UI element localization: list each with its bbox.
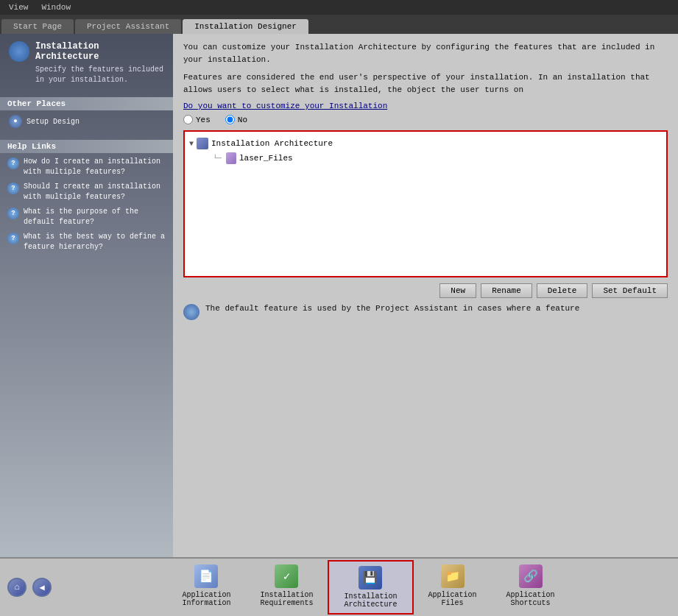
new-button[interactable]: New <box>439 283 476 298</box>
menu-window[interactable]: Window <box>35 1 77 13</box>
menu-bar: View Window <box>0 0 678 15</box>
tab-start-page[interactable]: Start Page <box>1 19 74 34</box>
tree-child-label: laser_Files <box>239 154 293 163</box>
help-icon-2: ? <box>7 183 19 194</box>
radio-group: Yes No <box>183 115 668 124</box>
content-text-2: Features are considered the end user's p… <box>183 71 668 96</box>
main-layout: Installation Architecture Specify the fe… <box>0 34 678 557</box>
help-icon-3: ? <box>7 208 19 219</box>
tree-child-container: └─ laser_Files <box>213 151 662 166</box>
content-area: You can customize your Installation Arch… <box>173 34 678 557</box>
sidebar-title: Installation Architecture <box>35 41 164 62</box>
taskbar-shortcuts-icon: 🔗 <box>519 564 543 588</box>
info-text: The default feature is used by the Proje… <box>205 304 579 313</box>
content-text-1: You can customize your Installation Arch… <box>183 41 668 66</box>
taskbar-req-label: InstallationRequirements <box>260 591 313 607</box>
sidebar-header-icon <box>9 41 29 62</box>
delete-button[interactable]: Delete <box>537 283 588 298</box>
sidebar: Installation Architecture Specify the fe… <box>0 34 173 557</box>
help-link-3[interactable]: ? What is the purpose of the default fea… <box>0 205 173 230</box>
buttons-row: New Rename Delete Set Default <box>183 283 668 298</box>
sidebar-header: Installation Architecture Specify the fe… <box>0 34 173 93</box>
help-link-label-2: Should I create an installation with mul… <box>24 182 166 202</box>
tab-project-assistant[interactable]: Project Assistant <box>75 19 181 34</box>
help-links-section: Help Links ? How do I create an installa… <box>0 140 173 255</box>
other-places-section: Other Places ● Setup Design <box>0 97 173 131</box>
tree-root-item[interactable]: ▼ Installation Architecture <box>189 136 662 151</box>
set-default-button[interactable]: Set Default <box>592 283 668 298</box>
help-link-1[interactable]: ? How do I create an installation with m… <box>0 155 173 180</box>
tab-installation-designer[interactable]: Installation Designer <box>183 19 308 34</box>
sidebar-item-setup-design[interactable]: ● Setup Design <box>0 112 173 131</box>
taskbar-app-info-icon: 📄 <box>194 564 218 588</box>
taskbar-item-architecture[interactable]: 💾 InstallationArchitecture <box>328 560 413 615</box>
feature-tree-panel[interactable]: ▼ Installation Architecture └─ laser_Fil… <box>183 130 668 277</box>
radio-no-text: No <box>238 116 247 124</box>
taskbar-item-shortcuts[interactable]: 🔗 ApplicationShortcuts <box>492 560 570 615</box>
taskbar-app-info-label: ApplicationInformation <box>182 591 230 607</box>
tree-expand-arrow[interactable]: ▼ <box>189 140 194 148</box>
taskbar-item-requirements[interactable]: ✓ InstallationRequirements <box>245 560 328 615</box>
arch-glyph: 💾 <box>363 570 378 585</box>
taskbar-arch-label: InstallationArchitecture <box>344 592 397 609</box>
help-link-2[interactable]: ? Should I create an installation with m… <box>0 180 173 205</box>
globe-icon: ● <box>9 115 22 128</box>
radio-yes-label[interactable]: Yes <box>183 115 211 124</box>
setup-design-label: Setup Design <box>27 118 80 126</box>
taskbar-items: 📄 ApplicationInformation ✓ InstallationR… <box>66 560 671 615</box>
help-icon-4: ? <box>7 233 19 244</box>
taskbar-item-files[interactable]: 📁 ApplicationFiles <box>414 560 492 615</box>
rename-button[interactable]: Rename <box>481 283 532 298</box>
info-icon <box>183 304 199 320</box>
content-question: Do you want to customize your Installati… <box>183 102 668 110</box>
req-glyph: ✓ <box>283 569 291 584</box>
taskbar-files-label: ApplicationFiles <box>428 591 477 607</box>
other-places-title: Other Places <box>0 97 173 110</box>
help-link-4[interactable]: ? What is the best way to define a featu… <box>0 230 173 255</box>
tree-child-item-laser-files[interactable]: └─ laser_Files <box>213 151 662 166</box>
sidebar-description: Specify the features included in your in… <box>35 65 164 85</box>
files-glyph: 📁 <box>445 569 460 584</box>
taskbar-arch-icon: 💾 <box>359 566 382 590</box>
info-row: The default feature is used by the Proje… <box>183 304 668 320</box>
radio-no-label[interactable]: No <box>225 115 247 124</box>
menu-view[interactable]: View <box>3 1 34 13</box>
tree-connector-icon: └─ <box>213 155 222 163</box>
taskbar-shortcuts-label: ApplicationShortcuts <box>506 591 555 607</box>
taskbar-files-icon: 📁 <box>441 564 465 588</box>
taskbar-item-app-info[interactable]: 📄 ApplicationInformation <box>167 560 245 615</box>
taskbar: ⌂ ◀ 📄 ApplicationInformation ✓ Installat… <box>0 557 678 616</box>
help-link-label-4: What is the best way to define a feature… <box>24 232 166 252</box>
help-icon-1: ? <box>7 157 19 169</box>
app-info-glyph: 📄 <box>199 569 213 584</box>
shortcuts-glyph: 🔗 <box>523 569 538 584</box>
tab-bar: Start Page Project Assistant Installatio… <box>0 15 678 34</box>
tree-root-label: Installation Architecture <box>211 139 333 148</box>
taskbar-left-buttons: ⌂ ◀ <box>7 578 52 597</box>
help-link-label-3: What is the purpose of the default featu… <box>24 207 166 227</box>
feature-icon <box>197 138 208 149</box>
file-icon <box>226 152 236 164</box>
help-link-label-1: How do I create an installation with mul… <box>24 157 166 177</box>
help-links-title: Help Links <box>0 140 173 153</box>
radio-no[interactable] <box>225 115 235 124</box>
radio-yes-text: Yes <box>196 116 211 124</box>
radio-yes[interactable] <box>183 115 193 124</box>
taskbar-home-button[interactable]: ⌂ <box>7 578 27 597</box>
taskbar-req-icon: ✓ <box>275 564 298 588</box>
taskbar-back-button[interactable]: ◀ <box>32 578 52 597</box>
